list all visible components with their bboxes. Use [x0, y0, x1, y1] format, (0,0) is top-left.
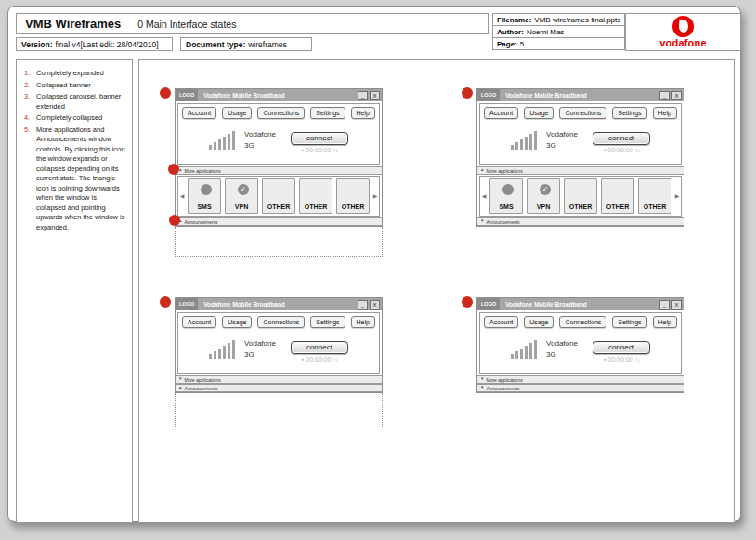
tile-label: OTHER — [263, 204, 294, 210]
status-dot-icon: ● — [301, 147, 304, 152]
tile-sms[interactable]: SMS — [188, 178, 221, 214]
close-button[interactable]: X — [671, 300, 682, 310]
connection-banner: Vodafone 3G connect ●00:00:00↑↓ — [178, 329, 379, 370]
network-name: Vodafone — [546, 338, 578, 349]
connect-button[interactable]: connect — [291, 132, 348, 145]
close-button[interactable]: X — [671, 91, 682, 100]
carousel-right-arrow[interactable]: ▶ — [673, 193, 681, 199]
minimize-button[interactable]: _ — [659, 300, 670, 310]
tile-vpn[interactable]: VPN — [225, 178, 258, 214]
updown-arrows-icon: ↑↓ — [635, 356, 640, 362]
window-titlebar[interactable]: LOGO Vodafone Mobile Broadband _ X — [477, 89, 684, 101]
tile-label: SMS — [490, 204, 522, 210]
announcements-toggle[interactable]: ▲ Announcements — [176, 384, 382, 392]
tab-help[interactable]: Help — [351, 316, 375, 328]
connect-button[interactable]: connect — [593, 132, 650, 145]
tile-label: OTHER — [602, 204, 633, 210]
connect-block: connect ●00:00:00↑↓ — [593, 336, 650, 362]
more-applications-toggle[interactable]: ▲ More applications — [176, 166, 382, 175]
tile-sms[interactable]: SMS — [489, 178, 523, 214]
network-info: Vodafone 3G — [244, 129, 276, 151]
vpn-check-icon — [238, 184, 249, 195]
session-timer: ●00:00:00↑↓ — [291, 356, 348, 362]
window-titlebar[interactable]: LOGO Vodafone Mobile Broadband _ X — [176, 89, 382, 101]
tab-settings[interactable]: Settings — [612, 107, 646, 119]
network-name: Vodafone — [244, 129, 276, 140]
triangle-down-icon: ▼ — [178, 377, 182, 382]
vmb-window: LOGO Vodafone Mobile Broadband _ X Accou… — [476, 88, 684, 227]
carousel-left-arrow[interactable]: ◀ — [480, 193, 488, 199]
tile-vpn[interactable]: VPN — [527, 178, 560, 214]
minimize-button[interactable]: _ — [358, 91, 368, 100]
more-applications-label: More applications — [184, 377, 220, 383]
close-button[interactable]: X — [370, 91, 380, 100]
triangle-down-icon: ▼ — [480, 219, 484, 224]
tab-usage[interactable]: Usage — [524, 107, 554, 119]
tab-usage[interactable]: Usage — [222, 316, 252, 328]
tile-label: OTHER — [337, 204, 369, 210]
sms-icon — [201, 184, 212, 195]
minimize-button[interactable]: _ — [358, 300, 368, 310]
tab-account[interactable]: Account — [484, 316, 518, 328]
tab-help[interactable]: Help — [653, 107, 677, 119]
session-timer: ●00:00:00↑↓ — [291, 147, 348, 153]
tab-help[interactable]: Help — [653, 316, 677, 328]
tab-settings[interactable]: Settings — [612, 316, 646, 328]
more-applications-toggle[interactable]: ▲ More applications — [477, 166, 684, 175]
author-label: Author: — [497, 28, 524, 36]
tab-settings[interactable]: Settings — [310, 316, 345, 328]
tab-connections[interactable]: Connections — [257, 316, 305, 328]
tab-connections[interactable]: Connections — [559, 316, 606, 328]
note-item-4: 4. Completely collapsed — [24, 113, 127, 124]
tab-connections[interactable]: Connections — [559, 107, 606, 119]
tile-other-1[interactable]: OTHER — [564, 178, 597, 214]
tile-other-1[interactable]: OTHER — [262, 178, 295, 214]
tab-account[interactable]: Account — [182, 107, 216, 119]
note-number: 5. — [24, 125, 36, 233]
tile-other-2[interactable]: OTHER — [601, 178, 634, 214]
tile-other-3[interactable]: OTHER — [336, 178, 370, 214]
triangle-down-icon: ▼ — [480, 377, 484, 382]
tab-connections[interactable]: Connections — [257, 107, 305, 119]
tile-other-3[interactable]: OTHER — [638, 178, 671, 214]
minimize-button[interactable]: _ — [659, 91, 670, 100]
more-applications-label: More applications — [486, 377, 522, 383]
connection-banner: Vodafone 3G connect ●00:00:00↑↓ — [480, 329, 681, 370]
wireframe-state-3: LOGO Vodafone Mobile Broadband _ X Accou… — [175, 297, 383, 428]
announcements-toggle[interactable]: ▼ Announcements — [477, 217, 684, 226]
tile-other-2[interactable]: OTHER — [299, 178, 332, 214]
tab-usage[interactable]: Usage — [524, 316, 554, 328]
note-number: 1. — [24, 69, 36, 79]
connect-button[interactable]: connect — [291, 341, 348, 354]
annotation-dot-state-1 — [160, 87, 171, 99]
tab-account[interactable]: Account — [182, 316, 216, 328]
vmb-window: LOGO Vodafone Mobile Broadband _ X Accou… — [175, 297, 383, 393]
window-titlebar[interactable]: LOGO Vodafone Mobile Broadband _ X — [477, 298, 684, 310]
document-title: VMB Wireframes — [25, 17, 121, 31]
tab-help[interactable]: Help — [351, 107, 375, 119]
announcements-panel-outline — [175, 227, 383, 257]
tab-usage[interactable]: Usage — [222, 107, 252, 119]
signal-strength-icon — [209, 131, 237, 150]
carousel-right-arrow[interactable]: ▶ — [371, 193, 379, 199]
tile-label: SMS — [189, 204, 220, 210]
window-titlebar[interactable]: LOGO Vodafone Mobile Broadband _ X — [176, 298, 382, 310]
carousel-left-arrow[interactable]: ◀ — [178, 193, 186, 199]
network-type: 3G — [244, 140, 276, 151]
session-timer: ●00:00:00↑↓ — [593, 356, 650, 362]
announcements-toggle[interactable]: ▼ Announcements — [477, 384, 684, 392]
tab-settings[interactable]: Settings — [310, 107, 345, 119]
more-applications-toggle[interactable]: ▼ More applications — [477, 375, 684, 384]
connection-banner: Vodafone 3G connect ●00:00:00↑↓ — [480, 120, 681, 161]
tab-account[interactable]: Account — [484, 107, 518, 119]
network-name: Vodafone — [546, 129, 578, 140]
connect-button[interactable]: connect — [593, 341, 650, 354]
nav-tabs-row: Account Usage Connections Settings Help — [480, 313, 681, 328]
title-block: VMB Wireframes 0 Main Interface states — [16, 13, 489, 34]
close-button[interactable]: X — [370, 300, 380, 310]
timer-value: 00:00:00 — [306, 356, 331, 362]
announcements-label: Announcements — [184, 386, 217, 391]
note-item-1: 1. Completely expanded — [24, 69, 127, 79]
announcements-toggle[interactable]: ▲ Announcements — [176, 217, 382, 226]
more-applications-toggle[interactable]: ▼ More applications — [176, 375, 382, 384]
